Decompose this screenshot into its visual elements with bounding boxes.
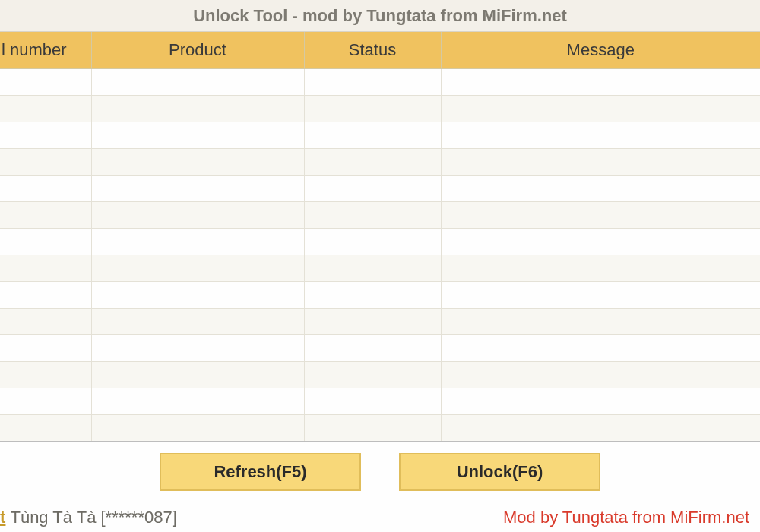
cell-message	[441, 255, 760, 281]
cell-status	[304, 388, 441, 414]
unlock-button[interactable]: Unlock(F6)	[399, 453, 600, 491]
table-header-row: l number Product Status Message	[0, 32, 760, 68]
table-row[interactable]	[0, 255, 760, 281]
cell-status	[304, 148, 441, 175]
cell-status	[304, 68, 441, 95]
cell-message	[441, 122, 760, 148]
cell-status	[304, 255, 441, 281]
status-row: it Tùng Tà Tà [******087] Mod by Tungtat…	[0, 491, 760, 532]
cell-status	[304, 361, 441, 388]
refresh-button[interactable]: Refresh(F5)	[160, 453, 361, 491]
cell-product	[91, 334, 304, 361]
mod-credit: Mod by Tungtata from MiFirm.net	[503, 508, 749, 527]
table-row[interactable]	[0, 361, 760, 388]
cell-message	[441, 334, 760, 361]
cell-product	[91, 201, 304, 228]
cell-product	[91, 308, 304, 334]
cell-product	[91, 228, 304, 255]
footer: Refresh(F5) Unlock(F6) it Tùng Tà Tà [**…	[0, 441, 760, 532]
cell-serial	[0, 201, 91, 228]
table-row[interactable]	[0, 334, 760, 361]
cell-message	[441, 228, 760, 255]
cell-serial	[0, 228, 91, 255]
cell-message	[441, 361, 760, 388]
cell-message	[441, 308, 760, 334]
cell-product	[91, 68, 304, 95]
cell-status	[304, 414, 441, 441]
column-message[interactable]: Message	[441, 32, 760, 68]
cell-message	[441, 175, 760, 201]
cell-message	[441, 95, 760, 122]
title-bar: Unlock Tool - mod by Tungtata from MiFir…	[0, 0, 760, 32]
table-row[interactable]	[0, 68, 760, 95]
cell-product	[91, 388, 304, 414]
window-title: Unlock Tool - mod by Tungtata from MiFir…	[193, 6, 567, 26]
cell-serial	[0, 414, 91, 441]
cell-product	[91, 281, 304, 308]
cell-status	[304, 308, 441, 334]
cell-status	[304, 201, 441, 228]
device-table-body	[0, 68, 760, 441]
cell-message	[441, 148, 760, 175]
cell-product	[91, 122, 304, 148]
table-row[interactable]	[0, 228, 760, 255]
table-row[interactable]	[0, 95, 760, 122]
cell-serial	[0, 281, 91, 308]
cell-serial	[0, 148, 91, 175]
cell-status	[304, 228, 441, 255]
cell-serial	[0, 175, 91, 201]
device-table: l number Product Status Message	[0, 32, 760, 441]
user-display-name: Tùng Tà Tà [******087]	[10, 508, 176, 527]
table-row[interactable]	[0, 122, 760, 148]
cell-status	[304, 334, 441, 361]
cell-product	[91, 361, 304, 388]
table-row[interactable]	[0, 388, 760, 414]
column-status[interactable]: Status	[304, 32, 441, 68]
cell-serial	[0, 95, 91, 122]
table-row[interactable]	[0, 308, 760, 334]
cell-message	[441, 68, 760, 95]
cell-message	[441, 201, 760, 228]
cell-serial	[0, 334, 91, 361]
cell-status	[304, 175, 441, 201]
button-row: Refresh(F5) Unlock(F6)	[0, 442, 760, 491]
cell-serial	[0, 308, 91, 334]
cell-serial	[0, 68, 91, 95]
cell-status	[304, 95, 441, 122]
column-serial-number[interactable]: l number	[0, 32, 91, 68]
cell-product	[91, 255, 304, 281]
cell-message	[441, 388, 760, 414]
cell-serial	[0, 388, 91, 414]
cell-serial	[0, 361, 91, 388]
cell-serial	[0, 255, 91, 281]
user-info: it Tùng Tà Tà [******087]	[0, 508, 177, 527]
cell-product	[91, 175, 304, 201]
app-window: Unlock Tool - mod by Tungtata from MiFir…	[0, 0, 760, 532]
cell-message	[441, 281, 760, 308]
cell-message	[441, 414, 760, 441]
cell-product	[91, 414, 304, 441]
table-row[interactable]	[0, 414, 760, 441]
table-row[interactable]	[0, 201, 760, 228]
cell-product	[91, 95, 304, 122]
cell-status	[304, 281, 441, 308]
cell-product	[91, 148, 304, 175]
device-table-container: l number Product Status Message	[0, 32, 760, 441]
logout-link[interactable]: it	[0, 508, 5, 527]
table-row[interactable]	[0, 148, 760, 175]
column-product[interactable]: Product	[91, 32, 304, 68]
table-row[interactable]	[0, 281, 760, 308]
cell-serial	[0, 122, 91, 148]
cell-status	[304, 122, 441, 148]
table-row[interactable]	[0, 175, 760, 201]
